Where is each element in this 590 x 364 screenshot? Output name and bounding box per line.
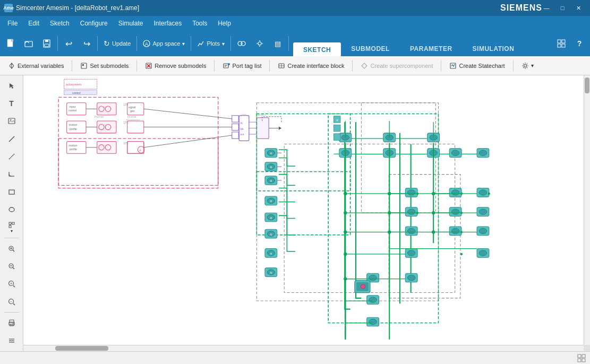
- svg-point-196: [369, 297, 377, 302]
- vertical-scrollbar[interactable]: [584, 75, 590, 345]
- svg-rect-37: [9, 222, 11, 224]
- svg-text:subsystem: subsystem: [66, 82, 82, 86]
- settings-dropdown-btn[interactable]: ▾: [517, 58, 538, 73]
- diagram-canvas[interactable]: subsystem control input control 175 sign…: [23, 75, 584, 345]
- plots-btn[interactable]: Plots ▾: [193, 34, 228, 53]
- sec-sep1: [72, 60, 72, 72]
- svg-point-198: [369, 319, 377, 324]
- undo-btn[interactable]: ↩: [60, 34, 77, 53]
- tab-parameter[interactable]: PARAMETER: [400, 41, 463, 56]
- zoom-out-btn[interactable]: -: [3, 293, 20, 310]
- svg-rect-35: [9, 190, 14, 194]
- menu-sketch[interactable]: Sketch: [45, 18, 75, 29]
- image-tool-btn[interactable]: [3, 113, 20, 129]
- btn-chain[interactable]: [233, 34, 250, 53]
- svg-rect-15: [82, 64, 84, 66]
- tab-sketch[interactable]: SKETCH: [293, 42, 341, 56]
- sep5: [230, 36, 231, 51]
- svg-rect-19: [224, 64, 228, 68]
- sep4: [191, 36, 191, 51]
- menu-file[interactable]: File: [2, 18, 23, 29]
- help-btn[interactable]: ?: [571, 34, 588, 53]
- close-btn[interactable]: ✕: [571, 3, 586, 13]
- print-btn[interactable]: [3, 315, 20, 331]
- btn-settings2[interactable]: [251, 34, 268, 53]
- svg-point-184: [451, 228, 459, 233]
- text-tool-btn[interactable]: T: [3, 95, 20, 111]
- diagram-svg: subsystem control input control 175 sign…: [23, 75, 584, 345]
- mode-tabs-group: SKETCH SUBMODEL PARAMETER SIMULATION: [293, 31, 524, 56]
- create-statechart-btn[interactable]: Create Statechart: [444, 58, 509, 73]
- sep6: [288, 36, 289, 51]
- grid-btn[interactable]: [553, 34, 570, 53]
- open-file-btn[interactable]: [20, 34, 37, 53]
- line-tool-btn[interactable]: [3, 131, 20, 147]
- svg-point-233: [344, 211, 347, 214]
- toolbar-row: ↩ ↪ ↻ Update A App space ▾ Plots ▾ ▤ SKE…: [0, 31, 590, 56]
- redo-btn[interactable]: ↪: [78, 34, 95, 53]
- port-tag-list-btn[interactable]: Port tag list: [218, 58, 266, 73]
- svg-rect-82: [97, 121, 116, 133]
- svg-point-174: [407, 228, 415, 233]
- menu-edit[interactable]: Edit: [23, 18, 45, 29]
- menu-interfaces[interactable]: Interfaces: [148, 18, 187, 29]
- svg-text:angles: angles: [258, 113, 266, 116]
- svg-point-182: [451, 209, 459, 214]
- svg-rect-71: [97, 103, 116, 115]
- svg-point-243: [361, 284, 365, 289]
- save-file-btn[interactable]: [38, 34, 55, 53]
- layers-btn[interactable]: [3, 333, 20, 349]
- left-sep1: [4, 238, 19, 238]
- menu-simulate[interactable]: Simulate: [113, 18, 149, 29]
- app-space-btn[interactable]: A App space ▾: [139, 34, 189, 53]
- horizontal-scrollbar[interactable]: [23, 345, 584, 351]
- svg-text:M: M: [270, 252, 272, 255]
- new-file-btn[interactable]: [2, 34, 19, 53]
- svg-rect-10: [558, 40, 561, 43]
- angle-tool-btn[interactable]: [3, 166, 20, 183]
- left-sep2: [4, 312, 19, 313]
- sec-sep4: [269, 60, 270, 72]
- svg-point-20: [228, 63, 230, 65]
- svg-rect-90: [97, 141, 116, 153]
- secondary-toolbar: External variables Set submodels Remove …: [0, 56, 590, 75]
- svg-point-188: [479, 209, 487, 214]
- multi-tool-btn[interactable]: ▾: [3, 219, 20, 236]
- canvas-area: Ame deltaRobot_rev1.ame × subsystem cont…: [23, 75, 590, 351]
- svg-point-246: [460, 193, 463, 195]
- set-submodels-btn[interactable]: Set submodels: [75, 58, 133, 73]
- hscroll-thumb[interactable]: [55, 346, 108, 351]
- svg-point-30: [10, 119, 11, 121]
- vscroll-thumb[interactable]: [585, 77, 589, 93]
- create-supercomponent-btn[interactable]: Create supercomponent: [356, 58, 438, 73]
- sec-sep7: [513, 60, 514, 72]
- zoom-area-btn[interactable]: [3, 240, 20, 257]
- svg-text:Δ: Δ: [140, 149, 142, 152]
- menu-tools[interactable]: Tools: [187, 18, 212, 29]
- ellipse-tool-btn[interactable]: [3, 201, 20, 218]
- svg-line-43: [13, 250, 14, 252]
- svg-line-31: [9, 136, 14, 142]
- menu-help[interactable]: Help: [212, 18, 236, 29]
- select-tool-btn[interactable]: [3, 77, 20, 94]
- maximize-btn[interactable]: □: [555, 3, 570, 13]
- remove-submodels-btn[interactable]: Remove submodels: [140, 58, 211, 73]
- svg-text:input: input: [70, 105, 76, 108]
- svg-text:M: M: [270, 166, 272, 169]
- zoom-fit-btn[interactable]: [3, 258, 20, 274]
- btn-export[interactable]: ▤: [269, 34, 286, 53]
- external-variables-btn[interactable]: External variables: [3, 58, 69, 73]
- menu-configure[interactable]: Configure: [75, 18, 113, 29]
- rect-tool-btn[interactable]: [3, 184, 20, 200]
- svg-point-248: [460, 231, 463, 233]
- create-interface-block-btn[interactable]: Create interface block: [273, 58, 349, 73]
- tab-simulation[interactable]: SIMULATION: [463, 41, 525, 56]
- line2-tool-btn[interactable]: [3, 148, 20, 164]
- svg-line-50: [13, 285, 15, 287]
- svg-text:profile: profile: [70, 148, 77, 151]
- svg-text:out: out: [240, 133, 244, 136]
- tab-submodel[interactable]: SUBMODEL: [341, 41, 400, 56]
- zoom-in-btn[interactable]: +: [3, 276, 20, 292]
- svg-rect-12: [558, 44, 561, 47]
- update-btn[interactable]: ↻ Update: [100, 34, 134, 53]
